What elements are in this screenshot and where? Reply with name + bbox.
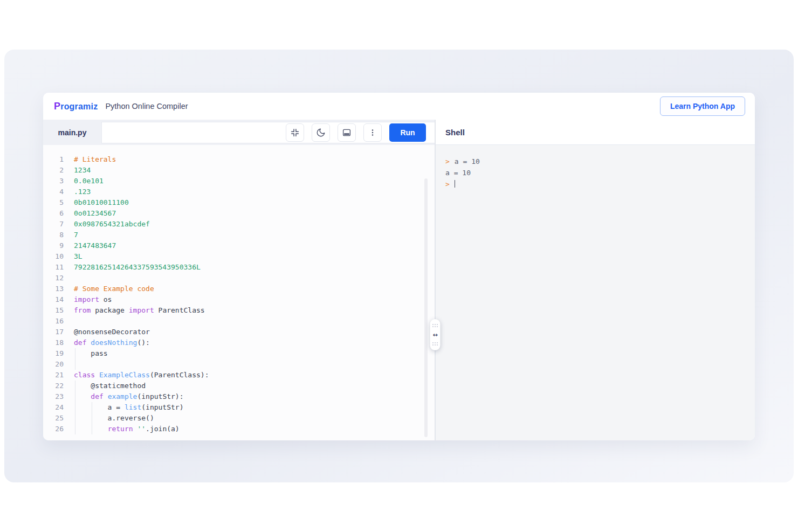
editor-scrollbar-thumb[interactable] (424, 178, 428, 437)
indent-guide (75, 348, 75, 359)
code-line: 30.0e101 (43, 176, 435, 186)
code-line-text: 0x0987654321abcdef (64, 219, 150, 230)
code-line-text: return ''.join(a) (64, 424, 180, 434)
code-line: 1# Literals (43, 154, 435, 165)
code-editor[interactable]: 1# Literals2123430.0e1014.12350b01010011… (43, 145, 435, 440)
code-line: 4.123 (43, 186, 435, 197)
line-number: 15 (43, 305, 64, 316)
line-number: 16 (43, 316, 64, 327)
line-number: 26 (43, 424, 64, 434)
code-line-text: .123 (64, 186, 91, 197)
code-line: 25 a.reverse() (43, 413, 435, 424)
shell-line: > (445, 178, 755, 190)
line-number: 12 (43, 273, 64, 284)
indent-guide (75, 413, 75, 424)
code-line-text (64, 273, 74, 284)
logo-p-glyph: P (54, 101, 60, 112)
app-header: Programiz Python Online Compiler Learn P… (43, 93, 755, 120)
text-cursor (455, 180, 455, 188)
shell-line-text: a = 10 (445, 169, 471, 177)
shell-header: Shell (436, 120, 755, 145)
tab-main-py[interactable]: main.py (43, 120, 101, 145)
code-line-text: def example(inputStr): (64, 391, 184, 402)
editor-toolbar: Run (101, 122, 435, 143)
compiler-window: Programiz Python Online Compiler Learn P… (43, 93, 755, 440)
shell-prompt: > (445, 180, 450, 188)
logo-text: rogramiz (60, 102, 98, 111)
code-line: 20 (43, 359, 435, 370)
learn-python-app-button[interactable]: Learn Python App (660, 96, 745, 116)
code-line: 21234 (43, 165, 435, 176)
pane-divider[interactable]: ↔ (435, 120, 436, 440)
output-panel-button[interactable] (338, 123, 356, 142)
shell-title: Shell (445, 128, 465, 137)
code-line-text: from package import ParentClass (64, 305, 205, 316)
code-line: 15from package import ParentClass (43, 305, 435, 316)
more-options-kebab-icon (368, 128, 377, 137)
shell-prompt: > (445, 157, 450, 165)
line-number: 10 (43, 251, 64, 262)
code-line-text: @nonsenseDecorator (64, 327, 150, 337)
code-line: 19 pass (43, 348, 435, 359)
code-line: 13# Some Example code (43, 284, 435, 294)
code-line-text: 2147483647 (64, 240, 116, 251)
line-number: 14 (43, 294, 64, 305)
code-line-text: 1234 (64, 165, 91, 176)
main-body: main.py (43, 120, 755, 440)
drag-dots-icon (432, 342, 438, 346)
resize-arrows-icon: ↔ (432, 332, 437, 338)
page-title: Python Online Compiler (105, 102, 188, 110)
shell-line-text: a = 10 (455, 157, 480, 165)
code-line-text: 7 (64, 230, 78, 240)
indent-guide (92, 424, 92, 434)
line-number: 19 (43, 348, 64, 359)
indent-guide (92, 402, 92, 413)
line-number: 8 (43, 230, 64, 240)
collapse-button[interactable] (286, 123, 304, 142)
code-line: 103L (43, 251, 435, 262)
code-line: 14import os (43, 294, 435, 305)
resize-handle[interactable]: ↔ (430, 319, 441, 350)
code-line-text: 0b01010011100 (64, 197, 129, 208)
run-button[interactable]: Run (389, 123, 426, 142)
code-line: 26 return ''.join(a) (43, 424, 435, 434)
editor-pane: main.py (43, 120, 435, 440)
line-number: 21 (43, 370, 64, 381)
code-line-text: 0.0e101 (64, 176, 104, 186)
code-line-text (64, 316, 74, 327)
indent-guide (75, 359, 75, 370)
code-line-text: # Some Example code (64, 284, 154, 294)
code-line-text: 79228162514264337593543950336L (64, 262, 201, 273)
dark-mode-button[interactable] (312, 123, 330, 142)
line-number: 23 (43, 391, 64, 402)
collapse-icon (290, 128, 300, 137)
code-line: 1179228162514264337593543950336L (43, 262, 435, 273)
indent-guide (75, 381, 75, 391)
line-number: 6 (43, 208, 64, 219)
shell-pane: Shell >a = 10a = 10> (436, 120, 755, 440)
indent-guide (75, 424, 75, 434)
dark-mode-moon-icon (316, 128, 326, 137)
code-line-text (64, 359, 74, 370)
line-number: 20 (43, 359, 64, 370)
code-line-text: a = list(inputStr) (64, 402, 184, 413)
indent-guide (75, 391, 75, 402)
code-line: 12 (43, 273, 435, 284)
line-number: 18 (43, 337, 64, 348)
programiz-logo[interactable]: Programiz (54, 101, 98, 112)
code-line: 92147483647 (43, 240, 435, 251)
output-panel-icon (342, 128, 352, 137)
code-line: 70x0987654321abcdef (43, 219, 435, 230)
code-line-text: a.reverse() (64, 413, 154, 424)
code-line: 50b01010011100 (43, 197, 435, 208)
shell-terminal[interactable]: >a = 10a = 10> (436, 145, 755, 440)
shell-line: a = 10 (445, 167, 755, 178)
shell-line: >a = 10 (445, 156, 755, 167)
code-line-text: import os (64, 294, 112, 305)
shell-output: >a = 10a = 10> (445, 156, 755, 190)
more-options-button[interactable] (363, 123, 382, 142)
line-number: 5 (43, 197, 64, 208)
code-line-text: pass (64, 348, 108, 359)
code-line-text: # Literals (64, 154, 116, 165)
code-line: 87 (43, 230, 435, 240)
